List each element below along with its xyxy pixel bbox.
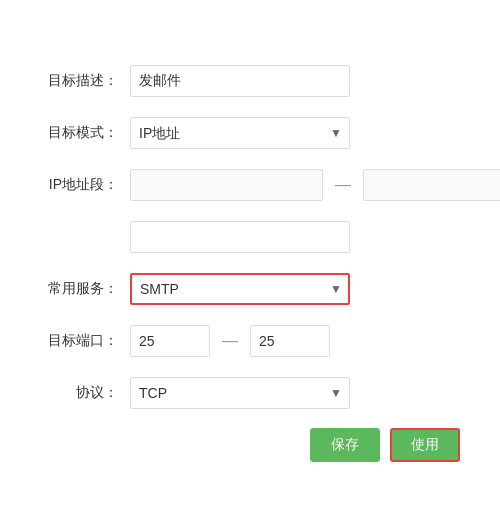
protocol-select-wrapper: TCP UDP ICMP ALL ▼ [130,377,350,409]
target-mode-select-wrapper: IP地址 域名 MAC地址 ▼ [130,117,350,149]
target-desc-control [130,65,460,97]
ip-range-wrapper: — [130,169,500,201]
protocol-label: 协议： [40,384,130,402]
target-port-row: 目标端口： — [40,324,460,358]
ip-range-row: IP地址段： — [40,168,460,202]
form-container: 目标描述： 目标模式： IP地址 域名 MAC地址 ▼ IP地址段： — [30,44,470,482]
target-mode-control: IP地址 域名 MAC地址 ▼ [130,117,460,149]
extra-input[interactable] [130,221,350,253]
protocol-control: TCP UDP ICMP ALL ▼ [130,377,460,409]
port-wrapper: — [130,325,330,357]
port-start-input[interactable] [130,325,210,357]
target-port-control: — [130,325,460,357]
ip-end-input[interactable] [363,169,500,201]
port-end-input[interactable] [250,325,330,357]
spacer-row [40,220,460,254]
ip-start-input[interactable] [130,169,323,201]
protocol-row: 协议： TCP UDP ICMP ALL ▼ [40,376,460,410]
target-mode-label: 目标模式： [40,124,130,142]
common-service-label: 常用服务： [40,280,130,298]
button-row: 保存 使用 [40,428,460,462]
target-desc-label: 目标描述： [40,72,130,90]
target-port-label: 目标端口： [40,332,130,350]
protocol-select[interactable]: TCP UDP ICMP ALL [130,377,350,409]
port-range-dash: — [218,332,242,350]
target-desc-input[interactable] [130,65,350,97]
apply-button[interactable]: 使用 [390,428,460,462]
common-service-row: 常用服务： SMTP HTTP FTP DNS HTTPS POP3 IMAP … [40,272,460,306]
target-mode-select[interactable]: IP地址 域名 MAC地址 [130,117,350,149]
common-service-select[interactable]: SMTP HTTP FTP DNS HTTPS POP3 IMAP [130,273,350,305]
common-service-select-wrapper: SMTP HTTP FTP DNS HTTPS POP3 IMAP ▼ [130,273,350,305]
ip-range-control: — [130,169,500,201]
target-desc-row: 目标描述： [40,64,460,98]
save-button[interactable]: 保存 [310,428,380,462]
common-service-control: SMTP HTTP FTP DNS HTTPS POP3 IMAP ▼ [130,273,460,305]
target-mode-row: 目标模式： IP地址 域名 MAC地址 ▼ [40,116,460,150]
ip-range-label: IP地址段： [40,176,130,194]
ip-range-dash: — [331,176,355,194]
